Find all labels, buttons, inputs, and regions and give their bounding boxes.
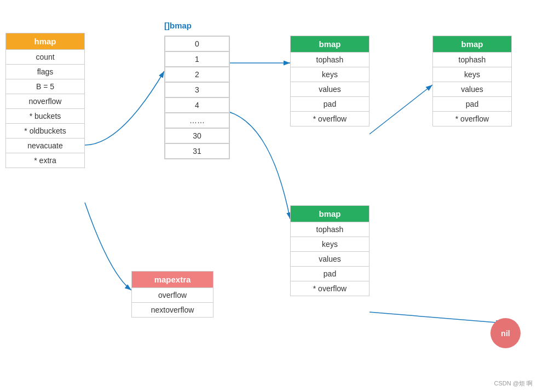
bmap2-tophash: tophash — [433, 52, 511, 67]
svg-line-3 — [369, 85, 432, 134]
bmap-array-row-2: 2 — [165, 67, 229, 82]
hmap-row-count: count — [6, 49, 84, 64]
bmap1-overflow: * overflow — [291, 111, 369, 126]
hmap-header: hmap — [6, 33, 84, 49]
bmap3-keys: keys — [291, 237, 369, 251]
mapextra-header: mapextra — [132, 272, 213, 287]
bmap-array-box: 0 1 2 3 4 …… 30 31 — [164, 36, 230, 159]
bmap3-overflow: * overflow — [291, 281, 369, 296]
nil-circle: nil — [490, 318, 521, 348]
bmap-array-row-30: 30 — [165, 128, 229, 143]
bmap3-tophash: tophash — [291, 222, 369, 237]
bmap-array-label: []bmap — [164, 21, 192, 30]
bmap-array-row-31: 31 — [165, 143, 229, 159]
bmap2-header: bmap — [433, 36, 511, 52]
bmap1-pad: pad — [291, 96, 369, 111]
bmap1-tophash: tophash — [291, 52, 369, 67]
svg-line-4 — [369, 312, 503, 323]
bmap-array-row-4: 4 — [165, 97, 229, 113]
bmap1-box: bmap tophash keys values pad * overflow — [290, 36, 369, 126]
bmap-array-row-1: 1 — [165, 51, 229, 67]
bmap2-values: values — [433, 82, 511, 96]
bmap1-values: values — [291, 82, 369, 96]
hmap-row-extra: * extra — [6, 153, 84, 168]
diagram-container: hmap count flags B = 5 noverflow * bucke… — [0, 0, 537, 392]
mapextra-box: mapextra overflow nextoverflow — [131, 271, 213, 318]
bmap-array-row-ellipsis: …… — [165, 113, 229, 128]
mapextra-overflow: overflow — [132, 287, 213, 302]
hmap-row-flags: flags — [6, 64, 84, 79]
hmap-row-nevacuate: nevacuate — [6, 138, 84, 153]
hmap-box: hmap count flags B = 5 noverflow * bucke… — [5, 33, 85, 168]
bmap3-box: bmap tophash keys values pad * overflow — [290, 205, 369, 296]
bmap2-overflow: * overflow — [433, 111, 511, 126]
hmap-row-noverflow: noverflow — [6, 94, 84, 108]
hmap-row-b: B = 5 — [6, 79, 84, 94]
bmap3-values: values — [291, 251, 369, 266]
bmap3-pad: pad — [291, 266, 369, 281]
nil-label: nil — [501, 329, 510, 338]
bmap2-pad: pad — [433, 96, 511, 111]
bmap2-box: bmap tophash keys values pad * overflow — [432, 36, 512, 126]
bmap2-keys: keys — [433, 67, 511, 82]
bmap1-header: bmap — [291, 36, 369, 52]
bmap-array-row-3: 3 — [165, 82, 229, 97]
hmap-row-oldbuckets: * oldbuckets — [6, 123, 84, 138]
bmap-array-row-0: 0 — [165, 36, 229, 51]
mapextra-nextoverflow: nextoverflow — [132, 302, 213, 317]
hmap-row-buckets: * buckets — [6, 108, 84, 123]
bmap3-header: bmap — [291, 206, 369, 222]
watermark: CSDN @烦 啊 — [494, 379, 533, 388]
bmap1-keys: keys — [291, 67, 369, 82]
